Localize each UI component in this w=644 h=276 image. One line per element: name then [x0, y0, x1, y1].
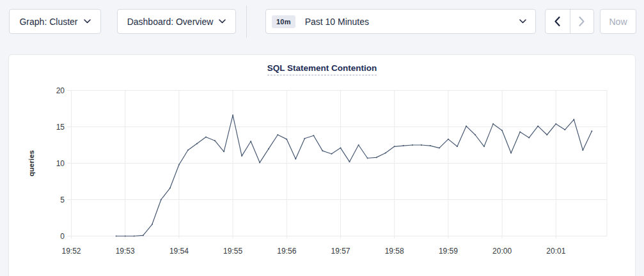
prev-time-button[interactable] [546, 10, 570, 33]
data-point [457, 146, 458, 147]
data-point [403, 145, 404, 146]
data-point [430, 145, 431, 146]
data-point [528, 137, 530, 139]
toolbar-divider [246, 6, 247, 38]
chart-title-row: SQL Statement Contention [9, 62, 635, 75]
time-range-badge: 10m [272, 15, 295, 28]
chart-card: 0510152019:5219:5319:5419:5519:5619:5719… [8, 54, 636, 276]
data-point [187, 150, 189, 151]
data-point [143, 234, 144, 236]
data-point [466, 125, 467, 126]
dashboard-dropdown[interactable]: Dashboard: Overview [117, 9, 236, 34]
data-point [268, 148, 269, 150]
y-tick-label: 0 [60, 232, 65, 241]
data-point [232, 114, 233, 116]
dashboard-dropdown-label: Dashboard: Overview [127, 17, 214, 27]
x-tick-label: 20:00 [492, 247, 512, 256]
data-point [358, 144, 359, 146]
now-button-label: Now [609, 17, 627, 27]
data-point [537, 125, 538, 126]
data-point [421, 144, 422, 146]
data-point [367, 158, 368, 159]
data-point [376, 157, 377, 158]
data-point [169, 187, 171, 188]
data-point [116, 236, 117, 237]
y-tick-label: 5 [60, 195, 65, 204]
toolbar: Graph: Cluster Dashboard: Overview 10m P… [0, 0, 644, 45]
chevron-down-icon [219, 19, 226, 24]
chevron-left-icon [554, 16, 561, 27]
data-point [340, 148, 342, 149]
x-tick-label: 19:53 [116, 247, 135, 256]
data-point [546, 134, 547, 135]
data-point [322, 150, 323, 151]
data-point [304, 138, 305, 139]
time-step-control [545, 9, 594, 34]
y-tick-label: 20 [56, 86, 65, 95]
data-point [582, 150, 583, 151]
data-point [205, 137, 207, 138]
next-time-button[interactable] [570, 10, 594, 33]
x-tick-label: 19:57 [331, 247, 350, 256]
graph-dropdown[interactable]: Graph: Cluster [9, 9, 101, 34]
chevron-down-icon [519, 19, 526, 24]
data-point [214, 140, 216, 141]
chevron-right-icon [578, 16, 585, 27]
data-point [591, 130, 592, 132]
data-point [295, 158, 296, 160]
data-point [250, 141, 251, 142]
data-point [125, 236, 126, 237]
x-tick-label: 19:54 [169, 247, 189, 256]
data-point [196, 143, 198, 144]
y-tick-label: 10 [56, 159, 65, 168]
x-tick-label: 20:01 [546, 247, 565, 256]
data-point [483, 146, 485, 147]
data-point [178, 164, 180, 165]
time-range-picker[interactable]: 10m Past 10 Minutes [265, 9, 536, 34]
data-point [439, 148, 440, 149]
data-point [475, 134, 476, 135]
y-axis-unit-label: queries [27, 150, 35, 176]
data-point [501, 130, 503, 131]
data-point [277, 134, 278, 135]
data-point [259, 162, 260, 163]
series-line [116, 115, 592, 236]
sql-contention-line-chart[interactable]: 0510152019:5219:5319:5419:5519:5619:5719… [9, 55, 636, 276]
now-button[interactable]: Now [600, 9, 636, 34]
y-tick-label: 15 [56, 123, 65, 132]
data-point [313, 135, 314, 136]
data-point [241, 155, 242, 157]
data-point [331, 153, 333, 155]
chart-title[interactable]: SQL Statement Contention [267, 63, 377, 75]
data-point [161, 199, 162, 201]
data-point [519, 132, 521, 133]
data-point [492, 123, 494, 125]
data-point [448, 139, 449, 140]
data-point [134, 236, 135, 237]
time-range-label: Past 10 Minutes [305, 17, 519, 27]
chevron-down-icon [84, 19, 91, 24]
data-point [152, 224, 153, 225]
data-point [385, 153, 386, 154]
data-point [223, 151, 224, 152]
x-tick-label: 19:56 [277, 247, 296, 256]
x-tick-label: 19:58 [385, 247, 404, 256]
data-point [394, 146, 395, 147]
x-tick-label: 19:59 [439, 247, 458, 256]
data-point [573, 119, 574, 120]
x-tick-label: 19:52 [61, 247, 81, 256]
graph-dropdown-label: Graph: Cluster [19, 17, 77, 27]
data-point [412, 144, 413, 146]
data-point [555, 123, 556, 125]
data-point [349, 161, 350, 162]
data-point [286, 139, 287, 140]
data-point [564, 129, 565, 130]
x-tick-label: 19:55 [223, 247, 242, 256]
data-point [510, 153, 512, 154]
